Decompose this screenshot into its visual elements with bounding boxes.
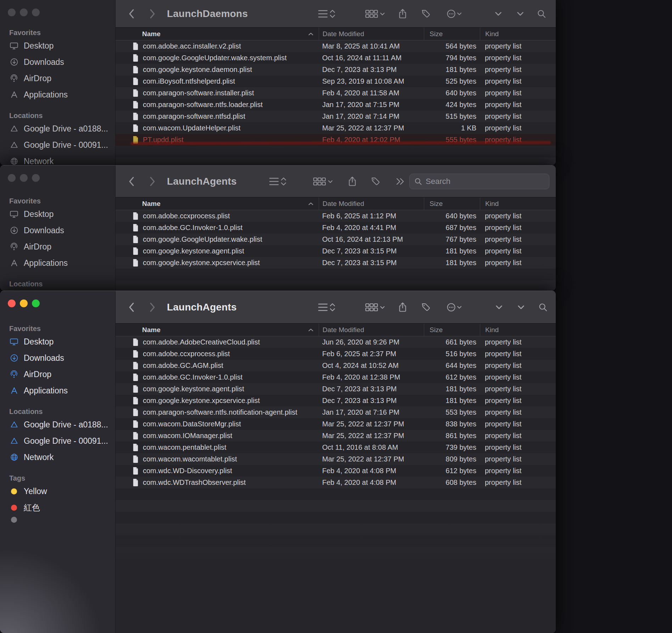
forward-icon[interactable] (149, 176, 156, 187)
file-row[interactable]: com.wacom.wacomtablet.plistMar 25, 2022 … (116, 453, 556, 465)
file-row[interactable]: com.adobe.AdobeCreativeCloud.plistJun 26… (116, 336, 556, 348)
file-row[interactable]: com.adobe.GC.AGM.plistOct 4, 2024 at 10:… (116, 360, 556, 371)
file-row[interactable]: com.paragon-software.installer.plistFeb … (116, 87, 556, 99)
file-row[interactable]: com.paragon-software.ntfs.notification-a… (116, 407, 556, 418)
back-icon[interactable] (128, 9, 135, 19)
minimize-button[interactable] (20, 9, 28, 16)
sidebar: FavoritesDesktopDownloadsAirDropApplicat… (0, 0, 115, 165)
file-row[interactable]: com.paragon-software.ntfsd.plistJan 17, … (116, 111, 556, 122)
close-button[interactable] (8, 9, 16, 16)
file-row[interactable]: com.wdc.WDTrashObserver.plistFeb 4, 2020… (116, 477, 556, 488)
column-header-kind[interactable]: Kind (480, 28, 556, 40)
chevron-down-icon[interactable] (495, 304, 503, 310)
file-row[interactable]: com.adobe.ccxprocess.plistFeb 6, 2025 at… (116, 210, 556, 222)
share-icon[interactable] (348, 176, 357, 187)
more-options-icon[interactable] (447, 302, 462, 312)
sidebar-item-tag-red[interactable]: 紅色 (6, 499, 111, 516)
share-icon[interactable] (398, 9, 407, 19)
sidebar-item-downloads[interactable]: Downloads (6, 54, 111, 70)
file-row[interactable]: PT.updd.plistFeb 4, 2020 at 12:02 PM555 … (116, 134, 556, 146)
sidebar-item-network[interactable]: Network (6, 449, 111, 465)
sidebar-item-airdrop[interactable]: AirDrop (6, 70, 111, 86)
chevron-down-icon[interactable] (517, 11, 524, 16)
tag-icon[interactable] (421, 302, 431, 312)
zoom-button[interactable] (32, 299, 40, 307)
search-input[interactable] (426, 177, 544, 186)
sidebar-item-tag-yellow[interactable]: Yellow (6, 483, 111, 499)
sidebar-item-label: Yellow (24, 487, 47, 496)
file-row[interactable]: com.wacom.UpdateHelper.plistMar 25, 2022… (116, 122, 556, 134)
back-icon[interactable] (128, 302, 135, 313)
more-options-icon[interactable] (447, 9, 462, 19)
minimize-button[interactable] (20, 299, 28, 307)
group-view-icon[interactable] (313, 176, 333, 187)
file-row[interactable]: com.google.GoogleUpdater.wake.system.pli… (116, 52, 556, 64)
list-view-icon[interactable] (269, 176, 287, 187)
column-header-size[interactable]: Size (424, 324, 480, 336)
file-row[interactable]: com.wacom.pentablet.plistOct 11, 2016 at… (116, 442, 556, 453)
minimize-button[interactable] (20, 174, 28, 182)
search-icon[interactable] (538, 303, 548, 312)
close-button[interactable] (8, 299, 16, 307)
forward-icon[interactable] (149, 9, 156, 19)
file-row[interactable]: com.adobe.GC.Invoker-1.0.plistFeb 4, 202… (116, 222, 556, 234)
sidebar-item-downloads[interactable]: Downloads (6, 222, 111, 239)
sidebar-item-applications[interactable]: Applications (6, 255, 111, 271)
sidebar-item-applications[interactable]: Applications (6, 86, 111, 103)
column-header-date[interactable]: Date Modified (319, 197, 424, 210)
close-button[interactable] (8, 174, 16, 182)
chevron-down-icon[interactable] (495, 11, 502, 16)
sidebar-item-google-drive-a0188[interactable]: Google Drive - a0188... (6, 121, 111, 137)
column-header-name[interactable]: Name (116, 324, 319, 336)
file-row[interactable]: com.google.keystone.daemon.plistDec 7, 2… (116, 64, 556, 75)
sidebar-item-google-drive-a0188[interactable]: Google Drive - a0188... (6, 416, 111, 433)
sidebar-item-airdrop[interactable]: AirDrop (6, 239, 111, 255)
file-row[interactable]: com.wacom.DataStoreMgr.plistMar 25, 2022… (116, 418, 556, 430)
sidebar-item-downloads[interactable]: Downloads (6, 350, 111, 366)
sidebar-item-desktop[interactable]: Desktop (6, 206, 111, 222)
sidebar-item-applications[interactable]: Applications (6, 382, 111, 399)
file-row[interactable]: com.google.keystone.agent.plistDec 7, 20… (116, 383, 556, 395)
group-view-icon[interactable] (365, 302, 385, 313)
forward-icon[interactable] (149, 302, 156, 313)
file-row[interactable]: com.wacom.IOManager.plistMar 25, 2022 at… (116, 430, 556, 442)
list-view-icon[interactable] (318, 9, 336, 19)
file-row[interactable]: com.adobe.ccxprocess.plistFeb 6, 2025 at… (116, 348, 556, 360)
column-header-name[interactable]: Name (116, 197, 319, 210)
list-view-icon[interactable] (318, 302, 336, 313)
file-row[interactable]: com.iBoysoft.ntfshelperd.plistSep 23, 20… (116, 75, 556, 87)
file-row[interactable]: com.google.GoogleUpdater.wake.plistOct 1… (116, 234, 556, 245)
zoom-button[interactable] (32, 174, 40, 182)
tag-icon[interactable] (371, 177, 381, 186)
column-header-size[interactable]: Size (424, 28, 480, 40)
file-row[interactable]: com.google.keystone.agent.plistDec 7, 20… (116, 245, 556, 257)
sidebar-item-network[interactable]: Network (6, 153, 111, 165)
back-icon[interactable] (128, 176, 135, 187)
sidebar-item-google-drive-00091[interactable]: Google Drive - 00091... (6, 433, 111, 449)
column-header-kind[interactable]: Kind (480, 197, 556, 210)
file-row[interactable]: com.adobe.GC.Invoker-1.0.plistFeb 4, 202… (116, 371, 556, 383)
column-header-date[interactable]: Date Modified (319, 28, 424, 40)
search-field[interactable] (409, 174, 549, 189)
file-row[interactable]: com.paragon-software.ntfs.loader.plistJa… (116, 99, 556, 111)
zoom-button[interactable] (32, 9, 40, 16)
file-row[interactable]: com.google.keystone.xpcservice.plistDec … (116, 257, 556, 269)
share-icon[interactable] (398, 302, 407, 313)
column-header-kind[interactable]: Kind (480, 324, 556, 336)
sidebar-item-google-drive-00091[interactable]: Google Drive - 00091... (6, 137, 111, 153)
column-header-size[interactable]: Size (424, 197, 480, 210)
tag-icon[interactable] (421, 9, 431, 18)
double-chevron-right-icon[interactable] (396, 177, 405, 186)
search-icon[interactable] (537, 9, 546, 18)
sidebar-item-desktop[interactable]: Desktop (6, 38, 111, 54)
sidebar-item-desktop[interactable]: Desktop (6, 334, 111, 350)
file-row[interactable]: com.google.keystone.xpcservice.plistDec … (116, 395, 556, 407)
group-view-icon[interactable] (365, 9, 385, 19)
sidebar-item-tag-partial[interactable] (6, 516, 111, 523)
sidebar-item-airdrop[interactable]: AirDrop (6, 366, 111, 382)
column-header-date[interactable]: Date Modified (319, 324, 424, 336)
file-row[interactable]: com.wdc.WD-Discovery.plistFeb 4, 2020 at… (116, 465, 556, 477)
column-header-name[interactable]: Name (116, 28, 319, 40)
chevron-down-icon[interactable] (517, 304, 525, 310)
file-row[interactable]: com.adobe.acc.installer.v2.plistMar 8, 2… (116, 40, 556, 52)
